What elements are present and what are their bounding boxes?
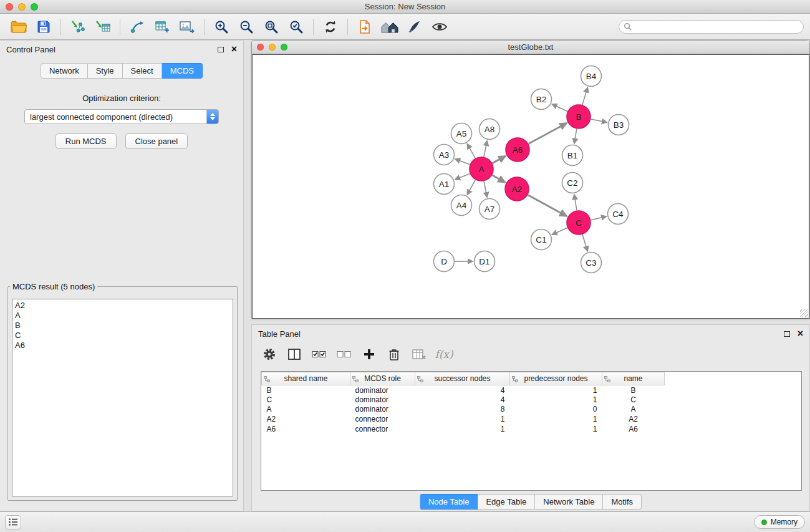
graph-node-A4[interactable]: A4 xyxy=(451,195,472,216)
graph-node-C3[interactable]: C3 xyxy=(581,253,602,273)
graph-node-A3[interactable]: A3 xyxy=(434,145,455,165)
graph-edge-A-A5[interactable] xyxy=(467,144,475,158)
graph-edge-B-B4[interactable] xyxy=(582,87,588,105)
graph-node-C4[interactable]: C4 xyxy=(608,204,629,225)
graph-edge-A2-C[interactable] xyxy=(528,195,567,216)
result-item[interactable]: A2 xyxy=(15,301,230,311)
column-header-MCDS-role[interactable]: MCDS role xyxy=(350,372,415,385)
column-header-predecessor-nodes[interactable]: predecessor nodes xyxy=(510,372,602,385)
save-session-button[interactable] xyxy=(31,16,56,37)
graph-edge-A-A2[interactable] xyxy=(492,175,505,183)
result-item[interactable]: A xyxy=(15,311,230,321)
import-table-button[interactable] xyxy=(90,16,115,37)
graph-node-A7[interactable]: A7 xyxy=(480,199,500,220)
zoom-window-button[interactable] xyxy=(31,3,38,11)
table-row[interactable]: Adominator80A xyxy=(262,405,665,415)
graph-edge-B-B3[interactable] xyxy=(591,119,607,122)
zoom-view-button[interactable] xyxy=(281,44,287,51)
add-column-button[interactable] xyxy=(358,344,380,364)
table-row[interactable]: A6connector11A6 xyxy=(262,424,665,434)
show-details-button[interactable] xyxy=(427,16,452,37)
new-network-button[interactable] xyxy=(125,16,150,37)
tab-motifs[interactable]: Motifs xyxy=(603,494,642,510)
graph-node-A8[interactable]: A8 xyxy=(480,119,500,140)
close-panel-button[interactable]: Close panel xyxy=(125,133,188,149)
table-settings-button[interactable] xyxy=(258,344,281,364)
tab-edge-table[interactable]: Edge Table xyxy=(478,494,535,510)
export-image-button[interactable] xyxy=(175,16,200,37)
tab-node-table[interactable]: Node Table xyxy=(420,494,478,510)
optimization-dropdown[interactable]: largest connected component (directed) xyxy=(24,109,219,124)
tab-style[interactable]: Style xyxy=(88,63,123,79)
table-row[interactable]: Cdominator41C xyxy=(262,395,665,405)
graph-edge-A-A7[interactable] xyxy=(484,181,487,198)
float-panel-icon[interactable] xyxy=(218,47,224,52)
task-history-button[interactable] xyxy=(5,515,21,530)
graph-node-C1[interactable]: C1 xyxy=(531,230,552,250)
close-panel-icon[interactable]: × xyxy=(231,44,237,54)
graph-edge-C-C1[interactable] xyxy=(552,228,567,235)
zoom-fit-button[interactable] xyxy=(259,16,284,37)
result-item[interactable]: A6 xyxy=(15,341,230,351)
float-panel-icon[interactable] xyxy=(784,331,790,337)
function-builder-button[interactable]: f(x) xyxy=(433,344,455,364)
graph-node-A6[interactable]: A6 xyxy=(506,138,529,162)
graph-edge-C-C2[interactable] xyxy=(574,195,577,210)
zoom-in-button[interactable] xyxy=(209,16,234,37)
select-all-columns-button[interactable] xyxy=(308,344,330,364)
graph-edge-A6-B[interactable] xyxy=(529,123,567,143)
close-window-button[interactable] xyxy=(6,3,13,11)
table-row[interactable]: Bdominator41B xyxy=(262,385,665,395)
graph-edge-C-C3[interactable] xyxy=(582,235,587,251)
graph-node-A2[interactable]: A2 xyxy=(505,177,529,201)
tab-network-table[interactable]: Network Table xyxy=(535,494,603,510)
graph-edge-A-A1[interactable] xyxy=(455,173,470,180)
minimize-view-button[interactable] xyxy=(269,44,276,51)
graph-node-B4[interactable]: B4 xyxy=(581,66,602,87)
result-item[interactable]: C xyxy=(15,331,230,341)
run-mcds-button[interactable]: Run MCDS xyxy=(55,133,117,149)
graph-node-D1[interactable]: D1 xyxy=(475,251,495,272)
zoom-selected-button[interactable] xyxy=(284,16,309,37)
column-header-name[interactable]: name xyxy=(602,372,665,385)
column-header-successor-nodes[interactable]: successor nodes xyxy=(415,372,510,385)
close-panel-icon[interactable]: × xyxy=(798,329,803,339)
zoom-out-button[interactable] xyxy=(234,16,259,37)
delete-column-button[interactable] xyxy=(383,344,405,364)
cycle-views-button[interactable] xyxy=(352,16,377,37)
graph-edge-A-A4[interactable] xyxy=(467,180,475,195)
show-columns-button[interactable] xyxy=(283,344,306,364)
column-header-shared-name[interactable]: shared name xyxy=(262,372,350,385)
graph-node-B3[interactable]: B3 xyxy=(609,115,629,135)
home-view-button[interactable] xyxy=(377,16,402,37)
tab-network[interactable]: Network xyxy=(41,63,88,79)
graph-node-B[interactable]: B xyxy=(567,105,591,128)
import-network-button[interactable] xyxy=(65,16,90,37)
delete-table-button[interactable] xyxy=(408,344,430,364)
tab-select[interactable]: Select xyxy=(123,63,162,79)
tab-mcds[interactable]: MCDS xyxy=(162,63,203,79)
graph-edge-A-A8[interactable] xyxy=(484,141,487,157)
search-input[interactable] xyxy=(635,22,799,31)
table-row[interactable]: A2connector11A2 xyxy=(262,414,665,424)
graph-node-B2[interactable]: B2 xyxy=(531,89,552,110)
deselect-all-columns-button[interactable] xyxy=(333,344,355,364)
close-view-button[interactable] xyxy=(257,44,264,51)
mcds-result-list[interactable]: A2ABCA6 xyxy=(12,299,233,496)
graph-node-A5[interactable]: A5 xyxy=(451,123,472,144)
graph-edge-B-B1[interactable] xyxy=(574,129,577,144)
resize-grip[interactable] xyxy=(800,309,808,317)
graph-node-B1[interactable]: B1 xyxy=(562,145,583,166)
graph-node-C2[interactable]: C2 xyxy=(562,173,583,193)
graph-node-A1[interactable]: A1 xyxy=(434,174,455,195)
graph-edge-A-A6[interactable] xyxy=(493,156,506,163)
graph-edge-A-A3[interactable] xyxy=(455,159,470,165)
graph-edge-C-C4[interactable] xyxy=(591,216,607,220)
network-window-titlebar[interactable]: testGlobe.txt xyxy=(252,41,809,54)
open-session-button[interactable] xyxy=(6,16,31,37)
graph-node-C[interactable]: C xyxy=(567,211,591,235)
minimize-window-button[interactable] xyxy=(18,3,26,11)
result-item[interactable]: B xyxy=(15,321,230,331)
memory-button[interactable]: Memory xyxy=(754,515,805,529)
network-canvas[interactable]: B4B2BB3A5A8A6A3B1AC2A1A2A4A7C4CC1DD1C3 xyxy=(252,54,809,319)
